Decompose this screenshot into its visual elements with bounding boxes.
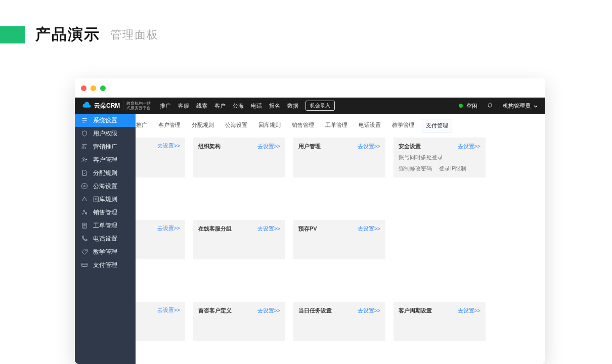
bell-icon[interactable]: [487, 102, 494, 109]
sidebar-item-phone-settings[interactable]: 电话设置: [75, 232, 136, 245]
sidebar-item-label: 营销推广: [93, 143, 117, 151]
topnav-item[interactable]: 电话: [251, 102, 262, 110]
topnav-item[interactable]: 客服: [178, 102, 189, 110]
slide-heading: 产品演示 管理面板: [0, 24, 159, 45]
sidebar-item-system-settings[interactable]: 系统设置: [75, 114, 136, 127]
minimize-icon[interactable]: [91, 85, 96, 91]
go-settings-link[interactable]: 去设置>>: [458, 307, 480, 314]
section-tab[interactable]: 支付管理: [422, 119, 452, 132]
settings-card-daily-task: 当日任务设置 去设置>>: [293, 302, 385, 341]
shield-icon: [81, 130, 88, 137]
card-sub-link[interactable]: 登录IP限制: [439, 165, 466, 172]
chart-up-icon: [81, 143, 88, 150]
sidebar-item-return-rule[interactable]: 回库规则: [75, 193, 136, 206]
sidebar-item-sales-manage[interactable]: 销售管理: [75, 206, 136, 219]
record-opportunity-button[interactable]: 机会录入: [305, 101, 335, 111]
section-tab[interactable]: 电话设置: [355, 119, 384, 132]
clipboard-icon: [81, 222, 88, 229]
topnav-item[interactable]: 推广: [160, 102, 171, 110]
sidebar-item-label: 公海设置: [93, 183, 117, 190]
sidebar-item-marketing[interactable]: 营销推广: [75, 140, 136, 153]
sidebar-item-public-sea[interactable]: 公海设置: [75, 179, 136, 193]
slide-subtitle: 管理面板: [110, 27, 159, 42]
section-tabs: 推广 客户管理 分配规则 公海设置 回库规则 销售管理 工单管理 电话设置 教学…: [136, 114, 538, 138]
user-search-icon: [81, 209, 88, 216]
status-label: 空闲: [466, 103, 477, 109]
main-panel: 推广 客户管理 分配规则 公海设置 回库规则 销售管理 工单管理 电话设置 教学…: [136, 114, 545, 364]
app-body: 系统设置 用户权限 营销推广 客户管理 分配规则 公海设置: [75, 114, 545, 364]
card-sub-links: 账号同时多处登录 强制修改密码 登录IP限制: [399, 154, 480, 172]
sidebar-item-payment-manage[interactable]: 支付管理: [75, 258, 136, 271]
go-settings-link[interactable]: 去设置>>: [257, 307, 280, 314]
section-tab[interactable]: 推广: [136, 119, 151, 132]
sidebar-item-teaching-manage[interactable]: 教学管理: [75, 245, 136, 258]
svg-point-4: [85, 250, 86, 250]
app-logo: 云朵CRM 教育机构一站式服务云平台: [82, 101, 151, 110]
cloud-logo-icon: [82, 101, 91, 110]
sidebar-item-label: 支付管理: [93, 261, 117, 269]
topbar-right: 空闲 机构管理员: [459, 102, 538, 110]
sidebar-item-customer-manage[interactable]: 客户管理: [75, 153, 136, 166]
settings-card: 去设置>>: [136, 220, 185, 259]
sidebar-item-label: 分配规则: [93, 169, 117, 177]
section-tab[interactable]: 客户管理: [155, 119, 184, 132]
user-plus-icon: [81, 156, 88, 163]
svg-rect-5: [82, 263, 88, 267]
sidebar-item-label: 回库规则: [93, 196, 117, 203]
settings-card-pv: 预存PV 去设置>>: [293, 220, 385, 259]
close-icon[interactable]: [81, 85, 86, 91]
sidebar-item-label: 销售管理: [93, 209, 117, 216]
window-controls: [75, 78, 545, 98]
status-indicator: 空闲: [459, 102, 477, 110]
user-menu[interactable]: 机构管理员: [503, 102, 538, 110]
section-tab[interactable]: 分配规则: [188, 119, 217, 132]
topnav-item[interactable]: 线索: [196, 102, 207, 110]
go-settings-link[interactable]: 去设置>>: [157, 143, 180, 150]
topnav-item[interactable]: 客户: [214, 102, 226, 110]
card-title: 客户周期设置: [399, 307, 432, 314]
card-row: 去设置>> 在线客服分组 去设置>> 预存PV 去设置>>: [136, 220, 538, 259]
topnav-item[interactable]: 报名: [269, 102, 280, 110]
sidebar-item-user-permission[interactable]: 用户权限: [75, 127, 136, 140]
card-sub-link[interactable]: 账号同时多处登录: [399, 154, 443, 161]
chevron-down-icon: [533, 104, 538, 109]
go-settings-link[interactable]: 去设置>>: [358, 225, 380, 233]
go-settings-link[interactable]: 去设置>>: [257, 143, 280, 150]
card-sub-link[interactable]: 强制修改密码: [399, 165, 432, 172]
sidebar-item-ticket-manage[interactable]: 工单管理: [75, 219, 136, 232]
section-tab[interactable]: 回库规则: [255, 119, 284, 132]
section-tab[interactable]: 教学管理: [388, 119, 418, 132]
card-title: 当日任务设置: [298, 307, 332, 314]
settings-card: 去设置>>: [136, 302, 185, 341]
settings-card-security: 安全设置 去设置>> 账号同时多处登录 强制修改密码 登录IP限制: [394, 138, 486, 177]
topbar: 云朵CRM 教育机构一站式服务云平台 推广 客服 线索 客户 公海 电话 报名 …: [75, 98, 545, 114]
triangle-cycle-icon: [81, 196, 88, 203]
section-tab[interactable]: 工单管理: [322, 119, 351, 132]
sidebar-item-label: 系统设置: [93, 117, 117, 124]
card-title: 用户管理: [298, 143, 321, 150]
sidebar-item-assign-rule[interactable]: 分配规则: [75, 166, 136, 179]
accent-block: [0, 26, 25, 43]
card-title: 在线客服分组: [198, 225, 232, 233]
topnav-item[interactable]: 公海: [233, 102, 244, 110]
document-check-icon: [81, 169, 88, 176]
svg-point-0: [83, 158, 85, 160]
user-label: 机构管理员: [503, 103, 531, 109]
settings-card: 去设置>>: [136, 138, 185, 177]
go-settings-link[interactable]: 去设置>>: [358, 307, 380, 314]
slide-title: 产品演示: [35, 24, 100, 45]
fullscreen-icon[interactable]: [100, 85, 106, 91]
go-settings-link[interactable]: 去设置>>: [358, 143, 380, 150]
sidebar-item-label: 用户权限: [93, 130, 117, 138]
go-settings-link[interactable]: 去设置>>: [157, 225, 180, 232]
top-nav: 推广 客服 线索 客户 公海 电话 报名 数据 机会录入: [160, 101, 335, 111]
status-dot-icon: [459, 104, 463, 108]
topnav-item[interactable]: 数据: [287, 102, 298, 110]
go-settings-link[interactable]: 去设置>>: [458, 143, 480, 150]
sidebar-item-label: 电话设置: [93, 235, 117, 243]
section-tab[interactable]: 公海设置: [222, 119, 251, 132]
app-window: 云朵CRM 教育机构一站式服务云平台 推广 客服 线索 客户 公海 电话 报名 …: [75, 78, 545, 364]
go-settings-link[interactable]: 去设置>>: [257, 225, 280, 233]
section-tab[interactable]: 销售管理: [288, 119, 318, 132]
go-settings-link[interactable]: 去设置>>: [157, 307, 180, 314]
